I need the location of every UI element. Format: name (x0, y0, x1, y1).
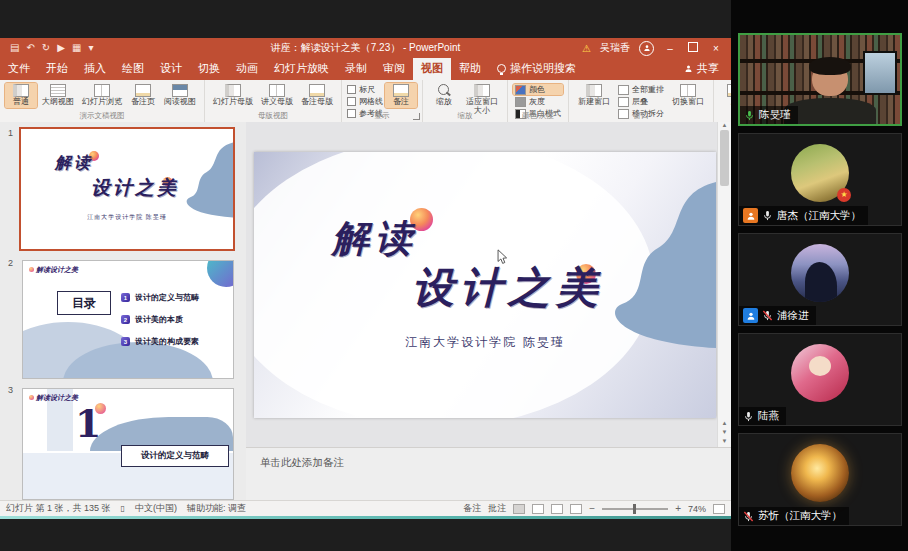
current-slide[interactable]: 解读 设计之美 江南大学设计学院 陈旻瑾 (254, 152, 716, 418)
notes-placeholder[interactable]: 单击此处添加备注 (246, 448, 731, 470)
zoom-button[interactable]: 缩放 (428, 83, 460, 108)
participant-namebar: 陆燕 (739, 407, 786, 425)
tab-view[interactable]: 视图 (413, 58, 451, 80)
slide-sorter-button[interactable]: 幻灯片浏览 (79, 83, 125, 108)
switch-windows-button[interactable]: 切换窗口 (668, 83, 708, 108)
slide-thumbnail-2[interactable]: 解读设计之美 目录 1 设计的定义与范畴 2 设计美的本质 3 设计美的构成要 (22, 260, 234, 379)
comments-toggle[interactable]: 批注 (488, 502, 506, 515)
participant-tile-4[interactable]: 陆燕 (738, 333, 902, 426)
tab-record[interactable]: 录制 (337, 58, 375, 80)
participant-tile-3[interactable]: 浦徐进 (738, 233, 902, 326)
close-button[interactable]: × (709, 43, 723, 54)
tell-me-label: 操作说明搜索 (510, 61, 576, 76)
notes-pane[interactable]: 单击此处添加备注 (246, 447, 731, 501)
slide-title-line2: 设计之美 (91, 175, 179, 201)
cascade-button[interactable]: 层叠 (616, 96, 666, 107)
normal-view-icon (13, 84, 29, 97)
reading-view-button[interactable]: 阅读视图 (161, 83, 199, 108)
slideshow-icon[interactable]: ▶ (57, 38, 65, 58)
notes-toggle-button[interactable]: 备注 (385, 83, 417, 108)
preview-grid-icon[interactable]: ▦ (72, 38, 81, 58)
participant-tile-1[interactable]: 陈旻瑾 (738, 33, 902, 126)
warning-icon[interactable]: ⚠ (582, 43, 591, 54)
reading-view-label: 阅读视图 (164, 98, 196, 107)
arrange-all-button[interactable]: 全部重排 (616, 84, 666, 95)
share-button[interactable]: 共享 (672, 58, 731, 80)
slide-header: 解读设计之美 (29, 393, 78, 403)
zoom-slider-thumb[interactable] (633, 504, 636, 514)
color-button[interactable]: 颜色 (513, 84, 563, 95)
vertical-scrollbar[interactable]: ▲ ▲ ▼ ▼ (717, 122, 731, 447)
toc-item: 1 设计的定义与范畴 (121, 292, 199, 303)
toc-number-cube: 3 (121, 337, 130, 346)
toc-title-box: 目录 (57, 291, 111, 315)
minimize-button[interactable]: – (663, 43, 677, 54)
scroll-up-icon[interactable]: ▲ (722, 122, 728, 128)
spellcheck-icon[interactable]: ▯ (121, 504, 125, 513)
zoom-slider[interactable] (602, 508, 668, 510)
gridlines-checkbox[interactable]: 网格线 (347, 96, 383, 107)
notes-toggle[interactable]: 备注 (463, 502, 481, 515)
color-label: 颜色 (529, 84, 545, 95)
account-avatar-icon[interactable] (639, 41, 654, 56)
new-window-button[interactable]: 新建窗口 (574, 83, 614, 108)
mouse-cursor (497, 249, 508, 265)
grayscale-button[interactable]: 灰度 (513, 96, 563, 107)
participant-tile-5[interactable]: 苏忻（江南大学） (738, 433, 902, 526)
slide-thumbnail-3[interactable]: 解读设计之美 1 设计的定义与范畴 (22, 388, 234, 500)
mic-muted-icon (762, 310, 773, 321)
slide-master-button[interactable]: 幻灯片母版 (210, 83, 256, 108)
tab-draw[interactable]: 绘图 (114, 58, 152, 80)
group-window: 新建窗口 全部重排 层叠 移动拆分 (569, 80, 714, 122)
qat-more-icon[interactable]: ▾ (88, 38, 93, 58)
undo-icon[interactable]: ↶ (26, 38, 34, 58)
language-indicator[interactable]: 中文(中国) (135, 502, 177, 515)
tab-animations[interactable]: 动画 (228, 58, 266, 80)
notes-master-button[interactable]: 备注母版 (298, 83, 336, 108)
group-label: 颜色/灰度 (508, 111, 568, 121)
slide-sorter-label: 幻灯片浏览 (82, 98, 122, 107)
zoom-in-button[interactable]: + (675, 503, 681, 514)
outline-view-button[interactable]: 大纲视图 (39, 83, 77, 108)
slide-editor-canvas[interactable]: 解读 设计之美 江南大学设计学院 陈旻瑾 ▲ ▲ ▼ ▼ (246, 122, 731, 447)
participant-name: 浦徐进 (777, 309, 809, 323)
ruler-checkbox[interactable]: 标尺 (347, 84, 383, 95)
participant-tile-2[interactable]: ★ 唐杰（江南大学） (738, 133, 902, 226)
zoom-out-button[interactable]: − (589, 503, 595, 514)
fit-slide-icon[interactable] (713, 504, 725, 514)
tab-design[interactable]: 设计 (152, 58, 190, 80)
slideshow-view-icon[interactable] (570, 504, 582, 514)
dialog-launcher-icon[interactable] (413, 113, 420, 120)
reading-view-icon[interactable] (551, 504, 563, 514)
tab-file[interactable]: 文件 (0, 58, 38, 80)
save-icon[interactable]: ▤ (10, 38, 19, 58)
accessibility-status[interactable]: 辅助功能: 调查 (187, 502, 246, 515)
slide-sorter-view-icon[interactable] (532, 504, 544, 514)
speaker-person (784, 60, 876, 124)
previous-slide-button[interactable]: ▲ (722, 420, 728, 426)
tab-review[interactable]: 审阅 (375, 58, 413, 80)
fit-to-window-icon (474, 84, 490, 97)
redo-icon[interactable]: ↻ (42, 38, 50, 58)
zoom-percentage[interactable]: 74% (688, 504, 706, 514)
handout-master-button[interactable]: 讲义母版 (258, 83, 296, 108)
slide-thumbnail-1[interactable]: 解读 设计之美 江南大学设计学院 陈旻瑾 (19, 127, 235, 251)
tab-transitions[interactable]: 切换 (190, 58, 228, 80)
normal-view-button[interactable]: 普通 (5, 83, 37, 108)
slide-subtitle: 江南大学设计学院 陈旻瑾 (21, 213, 233, 222)
tab-home[interactable]: 开始 (38, 58, 76, 80)
slide-thumbnail-panel[interactable]: 1 解读 设计之美 江南大学设计学院 陈旻瑾 2 (0, 122, 246, 500)
tell-me-search[interactable]: 操作说明搜索 (489, 58, 584, 80)
notes-page-button[interactable]: 备注页 (127, 83, 159, 108)
tab-help[interactable]: 帮助 (451, 58, 489, 80)
account-name[interactable]: 吴瑞香 (600, 41, 630, 55)
tab-slideshow[interactable]: 幻灯片放映 (266, 58, 337, 80)
tab-insert[interactable]: 插入 (76, 58, 114, 80)
cascade-label: 层叠 (632, 96, 648, 107)
next-slide-button[interactable]: ▼ (722, 429, 728, 435)
scroll-down-icon[interactable]: ▼ (722, 438, 728, 444)
cascade-icon (618, 97, 629, 107)
restore-button[interactable] (686, 42, 700, 54)
normal-view-icon[interactable] (513, 504, 525, 514)
scrollbar-thumb[interactable] (720, 130, 729, 186)
